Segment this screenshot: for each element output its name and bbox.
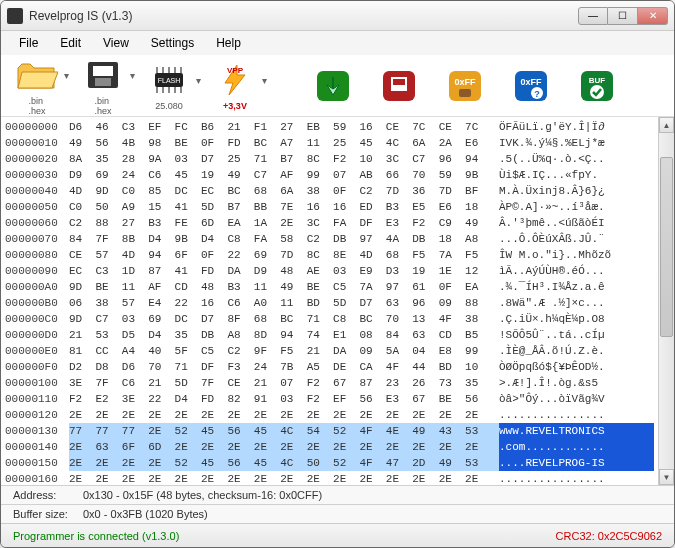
buffer-value: 0x0 - 0x3FB (1020 Bytes)	[83, 508, 208, 520]
flash-caption: 25.080	[155, 101, 183, 111]
hex-row[interactable]: 0000007084 7F 8B D4 9B D4 C8 FA 58 C2 DB…	[5, 231, 654, 247]
svg-rect-25	[515, 71, 547, 101]
erase-icon: 0xFF	[443, 67, 487, 105]
vpp-caption: +3,3V	[223, 101, 247, 111]
svg-text:BUF: BUF	[588, 76, 605, 85]
close-button[interactable]: ✕	[638, 7, 668, 25]
vpp-button[interactable]: VPP ▾ +3,3V	[209, 59, 261, 113]
menu-view[interactable]: View	[93, 33, 139, 53]
write-button[interactable]	[373, 65, 425, 107]
svg-text:VPP: VPP	[227, 66, 244, 75]
window-title: Revelprog IS (v1.3)	[29, 9, 578, 23]
hex-editor[interactable]: 00000000D6 46 C3 EF FC B6 21 F1 27 EB 59…	[1, 117, 658, 485]
hex-row[interactable]: 000000C09D C7 03 69 DC D7 8F 68 BC 71 C8…	[5, 311, 654, 327]
vertical-scrollbar[interactable]: ▲ ▼	[658, 117, 674, 485]
scroll-up-icon[interactable]: ▲	[659, 117, 674, 133]
write-floppy-icon	[377, 67, 421, 105]
svg-rect-17	[317, 71, 349, 101]
flash-chip-button[interactable]: FLASH ▾ 25.080	[143, 59, 195, 113]
svg-marker-18	[327, 77, 339, 95]
hex-row[interactable]: 00000110F2 E2 3E 22 D4 FD 82 91 03 F2 EF…	[5, 391, 654, 407]
blank-check-icon: 0xFF?	[509, 67, 553, 105]
hex-row[interactable]: 00000060C2 88 27 B3 FE 6D EA 1A 2E 3C FA…	[5, 215, 654, 231]
hex-row[interactable]: 0000001049 56 4B 98 BE 0F FD BC A7 11 25…	[5, 135, 654, 151]
hex-row[interactable]: 000000D021 53 D5 D4 35 DB A8 8D 94 74 E1…	[5, 327, 654, 343]
hex-row[interactable]: 000000B006 38 57 E4 22 16 C6 A0 11 BD 5D…	[5, 295, 654, 311]
hex-row[interactable]: 000001502E 2E 2E 2E 52 45 56 45 4C 50 52…	[5, 455, 654, 471]
chip-icon: FLASH ▾	[147, 61, 191, 99]
svg-rect-2	[95, 78, 111, 86]
svg-point-31	[590, 85, 604, 99]
svg-rect-24	[459, 89, 471, 97]
buffer-label: Buffer size:	[13, 508, 83, 520]
erase-button[interactable]: 0xFF	[439, 65, 491, 107]
menu-edit[interactable]: Edit	[50, 33, 91, 53]
hex-row[interactable]: 00000090EC C3 1D 87 41 FD DA D9 48 AE 03…	[5, 263, 654, 279]
hex-row[interactable]: 000000A09D BE 11 AF CD 48 B3 11 49 BE C5…	[5, 279, 654, 295]
svg-marker-15	[225, 65, 245, 95]
scroll-thumb[interactable]	[660, 157, 673, 337]
buffer-info: Buffer size: 0x0 - 0x3FB (1020 Bytes)	[1, 504, 674, 523]
hex-row[interactable]: 00000030D9 69 24 C6 45 19 49 C7 AF 99 07…	[5, 167, 654, 183]
floppy-icon: ▾	[81, 56, 125, 94]
save-caption: .bin .hex	[94, 96, 111, 116]
hex-row[interactable]: 000001003E 7F C6 21 5D 7F CE 21 07 F2 67…	[5, 375, 654, 391]
open-caption: .bin .hex	[28, 96, 45, 116]
app-icon	[7, 8, 23, 24]
blank-check-button[interactable]: 0xFF?	[505, 65, 557, 107]
svg-rect-21	[393, 79, 405, 85]
svg-rect-3	[155, 73, 183, 87]
address-value: 0x130 - 0x15F (48 bytes, checksum-16: 0x…	[83, 489, 322, 501]
status-crc: CRC32: 0x2C5C9062	[556, 530, 662, 542]
hex-row[interactable]: 00000000D6 46 C3 EF FC B6 21 F1 27 EB 59…	[5, 119, 654, 135]
hex-row[interactable]: 00000050C0 50 A9 15 41 5D B7 BB 7E 16 16…	[5, 199, 654, 215]
hex-row[interactable]: 000001202E 2E 2E 2E 2E 2E 2E 2E 2E 2E 2E…	[5, 407, 654, 423]
hex-row[interactable]: 000000E081 CC A4 40 5F C5 C2 9F F5 21 DA…	[5, 343, 654, 359]
svg-text:?: ?	[534, 89, 540, 99]
address-info: Address: 0x130 - 0x15F (48 bytes, checks…	[1, 485, 674, 504]
open-folder-icon: ▾	[15, 56, 59, 94]
dropdown-icon: ▾	[130, 70, 135, 81]
status-bar: Programmer is connected (v1.3.0) CRC32: …	[1, 523, 674, 547]
hex-row[interactable]: 000000F0D2 D8 D6 70 71 DF F3 24 7B A5 DE…	[5, 359, 654, 375]
verify-icon: BUF	[575, 67, 619, 105]
svg-rect-29	[581, 71, 613, 101]
menu-file[interactable]: File	[9, 33, 48, 53]
hex-row[interactable]: 000000208A 35 28 9A 03 D7 25 71 B7 8C F2…	[5, 151, 654, 167]
save-button[interactable]: ▾ .bin .hex	[77, 54, 129, 118]
hex-row[interactable]: 000000404D 9D C0 85 DC EC BC 68 6A 38 0F…	[5, 183, 654, 199]
menu-settings[interactable]: Settings	[141, 33, 204, 53]
address-label: Address:	[13, 489, 83, 501]
svg-text:FLASH: FLASH	[158, 77, 181, 84]
maximize-button[interactable]: ☐	[608, 7, 638, 25]
menu-bar: File Edit View Settings Help	[1, 31, 674, 55]
scroll-down-icon[interactable]: ▼	[659, 469, 674, 485]
svg-point-27	[531, 87, 543, 99]
status-connection: Programmer is connected (v1.3.0)	[13, 530, 179, 542]
open-button[interactable]: ▾ .bin .hex	[11, 54, 63, 118]
read-button[interactable]	[307, 65, 359, 107]
minimize-button[interactable]: —	[578, 7, 608, 25]
lightning-icon: VPP ▾	[213, 61, 257, 99]
svg-rect-22	[449, 71, 481, 101]
svg-rect-1	[93, 66, 113, 76]
hex-row[interactable]: 000001602E 2E 2E 2E 2E 2E 2E 2E 2E 2E 2E…	[5, 471, 654, 485]
svg-text:0xFF: 0xFF	[454, 77, 476, 87]
dropdown-icon: ▾	[196, 75, 201, 86]
titlebar: Revelprog IS (v1.3) — ☐ ✕	[1, 1, 674, 31]
hex-row[interactable]: 0000013077 77 77 2E 52 45 56 45 4C 54 52…	[5, 423, 654, 439]
hex-row[interactable]: 000001402E 63 6F 6D 2E 2E 2E 2E 2E 2E 2E…	[5, 439, 654, 455]
hex-row[interactable]: 00000080CE 57 4D 94 6F 0F 22 69 7D 8C 8E…	[5, 247, 654, 263]
svg-text:0xFF: 0xFF	[520, 77, 542, 87]
dropdown-icon: ▾	[64, 70, 69, 81]
menu-help[interactable]: Help	[206, 33, 251, 53]
svg-rect-0	[88, 62, 118, 88]
download-icon	[311, 67, 355, 105]
svg-rect-20	[391, 77, 407, 91]
dropdown-icon: ▾	[262, 75, 267, 86]
toolbar: ▾ .bin .hex ▾ .bin .hex FLASH ▾ 25.080 V…	[1, 55, 674, 117]
svg-rect-19	[383, 71, 415, 101]
verify-button[interactable]: BUF	[571, 65, 623, 107]
